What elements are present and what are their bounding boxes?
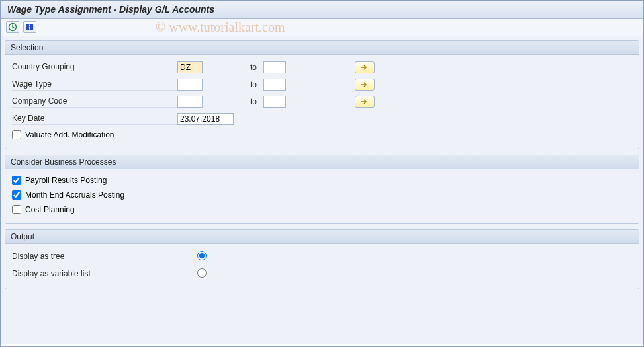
info-button[interactable]: [23, 21, 36, 33]
display-list-radio[interactable]: [197, 268, 207, 278]
selection-title: Selection: [5, 41, 639, 55]
company-code-range-button[interactable]: [355, 96, 375, 108]
clock-execute-icon: [8, 22, 17, 32]
country-grouping-label: Country Grouping: [12, 62, 177, 73]
monthend-label: Month End Accruals Posting: [25, 190, 124, 200]
wage-type-to-input[interactable]: [263, 79, 286, 91]
to-label: to: [250, 80, 257, 89]
country-grouping-from-input[interactable]: [177, 61, 203, 73]
monthend-checkbox[interactable]: [12, 190, 21, 200]
company-code-from-input[interactable]: [177, 96, 203, 108]
display-tree-label: Display as tree: [12, 252, 177, 261]
payroll-checkbox[interactable]: [12, 176, 21, 185]
info-icon: [25, 22, 34, 32]
page-title: Wage Type Assignment - Display G/L Accou…: [1, 1, 643, 19]
country-grouping-range-button[interactable]: [355, 61, 375, 73]
cost-label: Cost Planning: [25, 205, 75, 214]
content-area: Selection Country Grouping to Wage Type: [1, 36, 643, 344]
payroll-label: Payroll Results Posting: [25, 176, 107, 185]
wage-type-from-input[interactable]: [177, 79, 203, 91]
display-list-label: Display as variable list: [12, 269, 177, 278]
valuate-checkbox[interactable]: [12, 130, 21, 139]
svg-rect-2: [29, 25, 30, 26]
svg-rect-3: [29, 27, 30, 30]
output-title: Output: [5, 230, 639, 244]
processes-title: Consider Business Processes: [5, 155, 639, 169]
display-tree-radio[interactable]: [197, 251, 207, 260]
processes-group: Consider Business Processes Payroll Resu…: [5, 155, 639, 224]
valuate-label: Valuate Add. Modification: [25, 130, 115, 139]
cost-checkbox[interactable]: [12, 205, 21, 214]
execute-button[interactable]: [6, 21, 19, 33]
wage-type-label: Wage Type: [12, 79, 177, 91]
key-date-label: Key Date: [12, 114, 177, 125]
selection-group: Selection Country Grouping to Wage Type: [5, 40, 639, 149]
country-grouping-to-input[interactable]: [263, 61, 286, 73]
key-date-input[interactable]: [177, 113, 234, 125]
arrow-right-icon: [360, 98, 369, 105]
wage-type-range-button[interactable]: [355, 79, 375, 91]
to-label: to: [250, 97, 257, 106]
output-group: Output Display as tree Display as variab…: [5, 229, 639, 289]
arrow-right-icon: [360, 64, 369, 71]
arrow-right-icon: [360, 81, 369, 88]
to-label: to: [250, 63, 257, 72]
company-code-to-input[interactable]: [263, 96, 286, 108]
company-code-label: Company Code: [12, 96, 177, 108]
toolbar: [1, 19, 643, 36]
